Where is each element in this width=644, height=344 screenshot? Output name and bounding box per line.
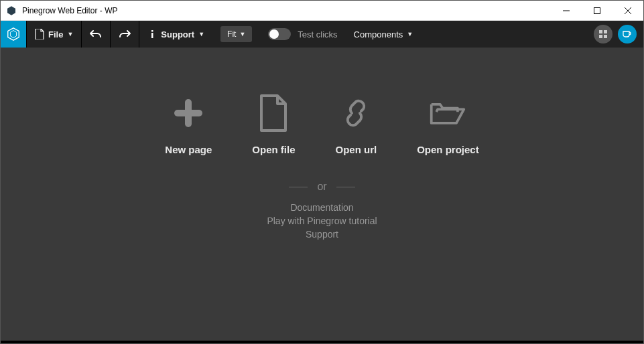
svg-rect-12 bbox=[604, 35, 607, 38]
minimize-button[interactable] bbox=[551, 1, 582, 20]
window-controls bbox=[551, 1, 643, 20]
bottom-bar bbox=[1, 341, 643, 344]
open-file-action[interactable]: Open file bbox=[252, 94, 295, 155]
action-label: Open project bbox=[417, 144, 479, 155]
components-label: Components bbox=[354, 29, 403, 39]
svg-rect-11 bbox=[599, 35, 602, 38]
caret-down-icon: ▼ bbox=[407, 31, 413, 37]
test-clicks-toggle-group: Test clicks bbox=[260, 21, 345, 48]
svg-rect-10 bbox=[604, 30, 607, 33]
pinegrow-logo-icon bbox=[6, 27, 21, 41]
support-link[interactable]: Support bbox=[306, 229, 338, 240]
caret-down-icon: ▼ bbox=[67, 31, 73, 37]
file-label: File bbox=[48, 29, 63, 39]
svg-marker-6 bbox=[10, 31, 16, 38]
titlebar: Pinegrow Web Editor - WP bbox=[1, 1, 643, 21]
test-clicks-toggle[interactable] bbox=[268, 28, 291, 40]
app-icon bbox=[6, 5, 17, 16]
file-icon bbox=[255, 94, 292, 132]
logo-button[interactable] bbox=[1, 21, 26, 48]
components-menu[interactable]: Components ▼ bbox=[346, 21, 422, 48]
svg-rect-7 bbox=[151, 30, 153, 32]
new-page-action[interactable]: New page bbox=[165, 94, 212, 155]
redo-icon bbox=[119, 29, 131, 39]
fit-dropdown[interactable]: Fit ▼ bbox=[220, 26, 252, 42]
svg-rect-8 bbox=[151, 33, 153, 38]
start-links: Documentation Play with Pinegrow tutoria… bbox=[267, 202, 377, 240]
documentation-link[interactable]: Documentation bbox=[290, 202, 353, 213]
action-label: New page bbox=[165, 144, 212, 155]
coffee-button[interactable] bbox=[618, 25, 637, 44]
undo-button[interactable] bbox=[82, 21, 110, 48]
or-label: or bbox=[317, 181, 326, 193]
open-url-action[interactable]: Open url bbox=[336, 94, 377, 155]
grid-view-button[interactable] bbox=[594, 25, 613, 44]
svg-marker-5 bbox=[8, 28, 19, 40]
toolbar: File ▼ Support ▼ Fit ▼ Test clicks Compo… bbox=[1, 21, 643, 48]
test-clicks-label: Test clicks bbox=[298, 29, 337, 39]
action-label: Open url bbox=[336, 144, 377, 155]
caret-down-icon: ▼ bbox=[239, 31, 245, 37]
coffee-icon bbox=[623, 30, 632, 38]
fit-label: Fit bbox=[227, 29, 236, 39]
window-title: Pinegrow Web Editor - WP bbox=[22, 6, 551, 15]
support-label: Support bbox=[161, 29, 194, 39]
undo-icon bbox=[90, 29, 102, 39]
info-icon bbox=[147, 29, 157, 39]
support-menu[interactable]: Support ▼ bbox=[139, 21, 212, 48]
folder-open-icon bbox=[429, 94, 466, 132]
caret-down-icon: ▼ bbox=[198, 31, 204, 37]
file-icon bbox=[35, 29, 44, 39]
link-icon bbox=[337, 94, 375, 132]
redo-button[interactable] bbox=[111, 21, 139, 48]
tutorial-link[interactable]: Play with Pinegrow tutorial bbox=[267, 216, 377, 226]
action-label: Open file bbox=[252, 144, 295, 155]
start-actions: New page Open file Open url Open project bbox=[165, 94, 478, 155]
plus-icon bbox=[170, 94, 207, 132]
open-project-action[interactable]: Open project bbox=[417, 94, 479, 155]
svg-rect-9 bbox=[599, 30, 602, 33]
close-button[interactable] bbox=[613, 1, 643, 20]
file-menu[interactable]: File ▼ bbox=[27, 21, 81, 48]
grid-icon bbox=[599, 30, 607, 38]
svg-marker-0 bbox=[7, 6, 15, 15]
maximize-button[interactable] bbox=[582, 1, 613, 20]
or-divider: or bbox=[289, 181, 355, 193]
start-screen: New page Open file Open url Open project… bbox=[1, 48, 643, 341]
svg-rect-2 bbox=[594, 7, 600, 13]
